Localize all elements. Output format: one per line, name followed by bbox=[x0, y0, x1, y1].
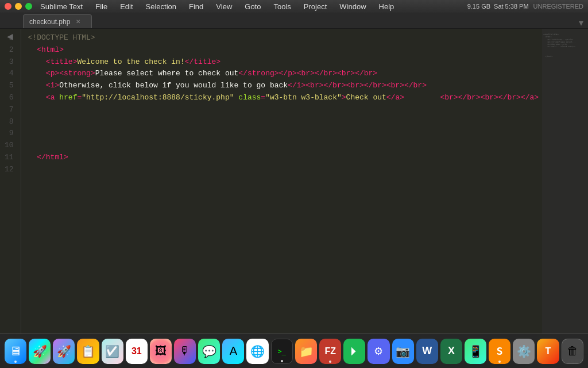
tab-close-button[interactable]: ✕ bbox=[76, 18, 80, 25]
code-line-11: </html> bbox=[28, 152, 535, 164]
registration-status: UNREGISTERED bbox=[533, 3, 583, 10]
line-num-10: 10 bbox=[5, 140, 14, 152]
dock-item-word[interactable]: W bbox=[416, 339, 438, 364]
tab-checkout-php[interactable]: checkout.php ✕ bbox=[23, 14, 92, 28]
line-num-2: 2 bbox=[5, 44, 14, 56]
code-content[interactable]: <!DOCTYPE HTML> <html> <title>Welcome to… bbox=[21, 29, 542, 354]
storage-label: 9.15 GB bbox=[467, 3, 490, 10]
line-numbers: 1 2 3 4 5 6 7 8 9 10 11 12 bbox=[0, 29, 21, 354]
tab-bar: ◀ checkout.php ✕ ▾ bbox=[0, 13, 588, 29]
menu-project[interactable]: Project bbox=[301, 1, 329, 12]
code-line-12 bbox=[28, 164, 535, 176]
code-line-10 bbox=[28, 140, 535, 152]
line-num-7: 7 bbox=[5, 104, 14, 116]
code-line-6: <a href="http://localhost:8888/sticky.ph… bbox=[28, 92, 535, 104]
code-line-7 bbox=[28, 104, 535, 116]
dock-item-reminders[interactable]: ☑️ bbox=[102, 339, 123, 364]
dock-item-photos[interactable]: 🖼 bbox=[150, 339, 172, 364]
code-line-4: <p><strong>Please select where to check … bbox=[28, 68, 535, 80]
line-num-3: 3 bbox=[5, 56, 14, 68]
line-num-11: 11 bbox=[5, 152, 14, 164]
code-line-3: <title>Welcome to the check in!</title> bbox=[28, 56, 535, 68]
tab-label: checkout.php bbox=[29, 18, 70, 26]
dock-item-zoom[interactable]: 📷 bbox=[392, 339, 414, 364]
dock-item-launchpad[interactable]: 🚀 bbox=[29, 339, 51, 364]
dock-item-excel[interactable]: X bbox=[440, 339, 462, 364]
menu-view[interactable]: View bbox=[214, 1, 234, 12]
code-line-5: <i>Otherwise, click below if you would l… bbox=[28, 80, 535, 92]
line-num-4: 4 bbox=[5, 68, 14, 80]
dock-item-ifiles[interactable]: 📁 bbox=[295, 339, 317, 364]
menu-goto[interactable]: Goto bbox=[242, 1, 263, 12]
menu-sublime-text[interactable]: Sublime Text bbox=[38, 1, 85, 12]
line-num-9: 9 bbox=[5, 128, 14, 140]
menu-file[interactable]: File bbox=[93, 1, 110, 12]
maximize-button[interactable] bbox=[25, 3, 32, 10]
menu-selection[interactable]: Selection bbox=[144, 1, 179, 12]
dock-item-preferences[interactable]: ⚙️ bbox=[513, 339, 535, 364]
menu-window[interactable]: Window bbox=[337, 1, 368, 12]
dock-item-appstore[interactable]: A bbox=[222, 339, 244, 364]
dock-item-sublime[interactable]: S bbox=[489, 339, 510, 364]
code-line-2: <html> bbox=[28, 44, 535, 56]
dock-item-terminal[interactable]: >_ bbox=[271, 339, 293, 364]
dock-item-finder[interactable]: 🖥 bbox=[5, 339, 26, 364]
line-num-8: 8 bbox=[5, 116, 14, 128]
dock: 🖥 🚀 🚀 📋 ☑️ 31 🖼 🎙 💬 A 🌐 >_ 📁 FZ ⏵ bbox=[0, 334, 588, 368]
time-label: Sat 5:38 PM bbox=[494, 3, 529, 10]
menu-bar: Sublime Text File Edit Selection Find Vi… bbox=[38, 1, 396, 12]
dock-item-chrome[interactable]: 🌐 bbox=[246, 339, 268, 364]
dock-item-filezilla[interactable]: FZ bbox=[319, 339, 341, 364]
menu-help[interactable]: Help bbox=[377, 1, 397, 12]
sidebar-toggle[interactable]: ◀ bbox=[5, 29, 16, 43]
minimap[interactable]: <!DOCTYPE HTML> <html> <title>Welcome...… bbox=[542, 29, 588, 354]
dock-item-messages[interactable]: 💬 bbox=[198, 339, 220, 364]
code-line-8 bbox=[28, 116, 535, 128]
line-num-5: 5 bbox=[5, 80, 14, 92]
traffic-lights bbox=[5, 3, 32, 10]
code-line-9 bbox=[28, 128, 535, 140]
battery-info: 9.15 GB Sat 5:38 PM bbox=[467, 3, 529, 10]
titlebar: Sublime Text File Edit Selection Find Vi… bbox=[0, 0, 588, 13]
dock-item-spotify[interactable]: ⏵ bbox=[343, 339, 365, 364]
system-info: 9.15 GB Sat 5:38 PM UNREGISTERED bbox=[467, 0, 583, 13]
dock-item-facetime[interactable]: 📱 bbox=[465, 339, 486, 364]
menu-edit[interactable]: Edit bbox=[118, 1, 135, 12]
menu-find[interactable]: Find bbox=[187, 1, 206, 12]
dock-item-trash[interactable]: 🗑 bbox=[562, 339, 583, 364]
dock-item-calendar[interactable]: 31 bbox=[126, 339, 148, 364]
close-button[interactable] bbox=[5, 3, 11, 10]
dock-item-notes[interactable]: 📋 bbox=[77, 339, 99, 364]
line-num-12: 12 bbox=[5, 164, 14, 176]
panel-toggle[interactable]: ▾ bbox=[579, 17, 583, 28]
code-line-1: <!DOCTYPE HTML> bbox=[28, 32, 535, 44]
dock-item-discord[interactable]: ⚙ bbox=[368, 339, 389, 364]
dock-item-podcasts[interactable]: 🎙 bbox=[174, 339, 196, 364]
dock-item-siri[interactable]: 🚀 bbox=[53, 339, 75, 364]
dock-item-transmit[interactable]: T bbox=[537, 339, 559, 364]
minimap-content: <!DOCTYPE HTML> <html> <title>Welcome...… bbox=[542, 29, 588, 62]
menu-tools[interactable]: Tools bbox=[271, 1, 293, 12]
minimize-button[interactable] bbox=[15, 3, 22, 10]
editor: 1 2 3 4 5 6 7 8 9 10 11 12 <!DOCTYPE HTM… bbox=[0, 29, 588, 354]
line-num-6: 6 bbox=[5, 92, 14, 104]
